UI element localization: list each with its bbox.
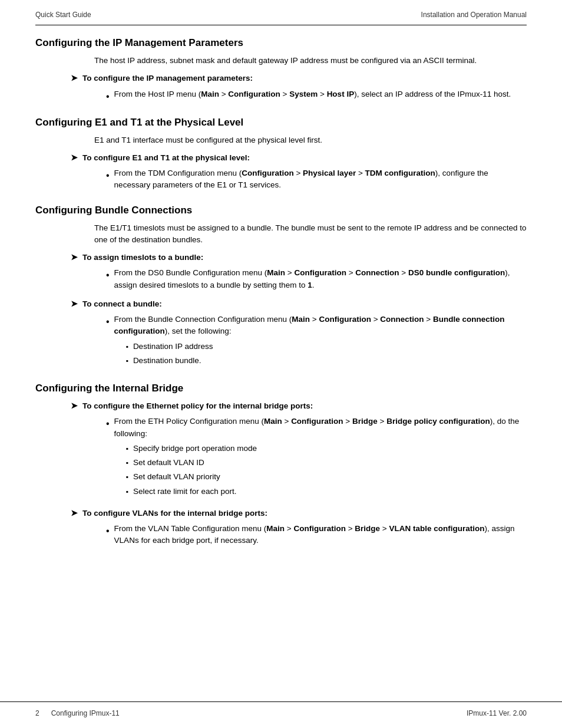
arrow-item-ip: ➤ To configure the IP management paramet… (71, 73, 527, 84)
footer-left: 2 Configuring IPmux-11 (35, 709, 120, 717)
bullet-text-bundle-1: From the DS0 Bundle Configuration menu (… (114, 267, 527, 291)
header-right: Installation and Operation Manual (421, 11, 527, 19)
arrow-icon-bridge-2: ➤ (71, 508, 78, 518)
arrow-text-bundle-1: To assign timeslots to a bundle: (82, 252, 203, 263)
bullet-dot-ip-1: • (106, 90, 110, 104)
section-bridge-title: Configuring the Internal Bridge (35, 383, 527, 394)
sub-bullet-text-bundle-2-2: Destination bundle. (133, 355, 201, 367)
sub-bullet-symbol-b1-4: ▪ (126, 486, 128, 497)
bullet-text-ip-1: From the Host IP menu (Main > Configurat… (114, 88, 511, 100)
bullet-item-bridge-1: • From the ETH Policy Configuration menu… (106, 416, 527, 500)
arrow-item-bridge-1: ➤ To configure the Ethernet policy for t… (71, 400, 527, 412)
bridge-instruction-1: ➤ To configure the Ethernet policy for t… (35, 400, 527, 500)
bullet-list-bridge-1: • From the ETH Policy Configuration menu… (106, 416, 527, 500)
arrow-item-bundle-1: ➤ To assign timeslots to a bundle: (71, 252, 527, 263)
bullet-text-bridge-1: From the ETH Policy Configuration menu (… (114, 417, 520, 437)
sub-bullet-item-bridge-1-1: ▪ Specify bridge port operation mode (126, 443, 527, 454)
bullet-dot-bundle-2: • (106, 315, 110, 329)
section-ip-management-intro: The host IP address, subnet mask and def… (94, 55, 527, 67)
bundle-instruction-1: ➤ To assign timeslots to a bundle: • Fro… (35, 252, 527, 291)
footer-page-number: 2 (35, 709, 39, 717)
sub-bullet-symbol-b1-1: ▪ (126, 443, 128, 454)
bullet-dot-bridge-2: • (106, 524, 110, 538)
e1-instruction-1: ➤ To configure E1 and T1 at the physical… (35, 152, 527, 192)
bullet-item-e1-1: • From the TDM Configuration menu (Confi… (106, 167, 527, 192)
bullet-list-ip: • From the Host IP menu (Main > Configur… (106, 88, 527, 104)
arrow-text-bundle-2: To connect a bundle: (82, 298, 162, 310)
bullet-item-bridge-2: • From the VLAN Table Configuration menu… (106, 523, 527, 547)
sub-bullet-symbol-2: ▪ (126, 355, 128, 366)
section-bundle: Configuring Bundle Connections The E1/T1… (35, 205, 527, 370)
footer-right: IPmux-11 Ver. 2.00 (467, 709, 527, 717)
bullet-dot-bridge-1: • (106, 417, 110, 431)
page-footer: 2 Configuring IPmux-11 IPmux-11 Ver. 2.0… (0, 701, 562, 728)
arrow-text-ip: To configure the IP management parameter… (82, 73, 253, 84)
sub-bullet-list-bundle-2: ▪ Destination IP address ▪ Destination b… (126, 341, 527, 367)
bullet-text-bundle-2: From the Bundle Connection Configuration… (114, 315, 505, 335)
bullet-dot-e1-1: • (106, 169, 110, 183)
arrow-item-bridge-2: ➤ To configure VLANs for the internal br… (71, 508, 527, 519)
sub-bullet-symbol-b1-3: ▪ (126, 472, 128, 482)
arrow-icon-ip: ➤ (71, 73, 78, 83)
section-bundle-title: Configuring Bundle Connections (35, 205, 527, 216)
arrow-text-e1: To configure E1 and T1 at the physical l… (82, 152, 250, 164)
sub-bullet-text-bridge-1-1: Specify bridge port operation mode (133, 443, 257, 454)
bullet-dot-bundle-1: • (106, 268, 110, 282)
arrow-icon-bundle-1: ➤ (71, 252, 78, 262)
bullet-item-bundle-2: • From the Bundle Connection Configurati… (106, 314, 527, 370)
sub-bullet-text-bridge-1-3: Set default VLAN priority (133, 471, 220, 483)
arrow-icon-bundle-2: ➤ (71, 299, 78, 308)
bullet-text-e1-1: From the TDM Configuration menu (Configu… (114, 167, 527, 192)
arrow-text-bridge-1: To configure the Ethernet policy for the… (82, 400, 313, 412)
bullet-item-bundle-1: • From the DS0 Bundle Configuration menu… (106, 267, 527, 291)
sub-bullet-item-bundle-2-1: ▪ Destination IP address (126, 341, 527, 353)
header-left: Quick Start Guide (35, 11, 91, 19)
sub-bullet-symbol-b1-2: ▪ (126, 457, 128, 468)
section-ip-management: Configuring the IP Management Parameters… (35, 37, 527, 104)
bullet-text-bridge-2: From the VLAN Table Configuration menu (… (114, 523, 527, 547)
footer-right-text: IPmux-11 Ver. 2.00 (467, 709, 527, 717)
arrow-item-bundle-2: ➤ To connect a bundle: (71, 298, 527, 310)
sub-bullet-symbol-1: ▪ (126, 341, 128, 352)
page-header: Quick Start Guide Installation and Opera… (0, 0, 562, 25)
bullet-list-bridge-2: • From the VLAN Table Configuration menu… (106, 523, 527, 547)
bullet-item-ip-1: • From the Host IP menu (Main > Configur… (106, 88, 527, 104)
section-e1-t1-title: Configuring E1 and T1 at the Physical Le… (35, 117, 527, 129)
sub-bullet-item-bridge-1-4: ▪ Select rate limit for each port. (126, 486, 527, 498)
arrow-icon-e1: ➤ (71, 153, 78, 162)
bullet-list-e1: • From the TDM Configuration menu (Confi… (106, 167, 527, 192)
arrow-icon-bridge-1: ➤ (71, 401, 78, 410)
ip-instruction-1: ➤ To configure the IP management paramet… (35, 73, 527, 103)
sub-bullet-item-bundle-2-2: ▪ Destination bundle. (126, 355, 527, 367)
page: Quick Start Guide Installation and Opera… (0, 0, 562, 728)
section-bridge: Configuring the Internal Bridge ➤ To con… (35, 383, 527, 547)
section-ip-management-title: Configuring the IP Management Parameters (35, 37, 527, 49)
sub-bullet-list-bridge-1: ▪ Specify bridge port operation mode ▪ S… (126, 443, 527, 498)
section-e1-t1-intro: E1 and T1 interface must be configured a… (94, 134, 527, 146)
main-content: Configuring the IP Management Parameters… (0, 25, 562, 701)
sub-bullet-item-bridge-1-2: ▪ Set default VLAN ID (126, 457, 527, 469)
sub-bullet-text-bridge-1-4: Select rate limit for each port. (133, 486, 237, 498)
arrow-text-bridge-2: To configure VLANs for the internal brid… (82, 508, 267, 519)
bullet-list-bundle-2: • From the Bundle Connection Configurati… (106, 314, 527, 370)
sub-bullet-text-bundle-2-1: Destination IP address (133, 341, 213, 353)
bridge-instruction-2: ➤ To configure VLANs for the internal br… (35, 508, 527, 547)
section-e1-t1: Configuring E1 and T1 at the Physical Le… (35, 117, 527, 192)
section-bundle-intro: The E1/T1 timeslots must be assigned to … (94, 222, 527, 246)
arrow-item-e1: ➤ To configure E1 and T1 at the physical… (71, 152, 527, 164)
bullet-list-bundle-1: • From the DS0 Bundle Configuration menu… (106, 267, 527, 291)
footer-left-text: Configuring IPmux-11 (51, 709, 120, 717)
sub-bullet-text-bridge-1-2: Set default VLAN ID (133, 457, 204, 469)
sub-bullet-item-bridge-1-3: ▪ Set default VLAN priority (126, 471, 527, 483)
bundle-instruction-2: ➤ To connect a bundle: • From the Bundle… (35, 298, 527, 370)
